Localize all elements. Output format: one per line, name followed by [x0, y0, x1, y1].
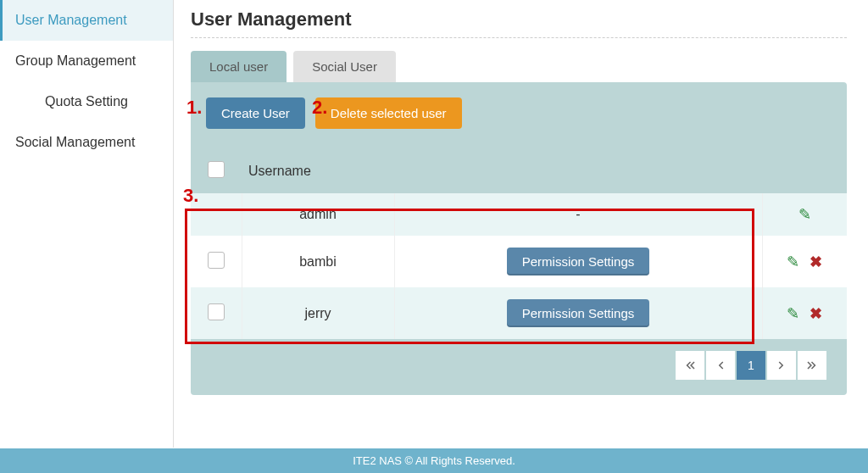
- tab-social-user[interactable]: Social User: [293, 51, 396, 82]
- pager-prev-button[interactable]: [706, 351, 735, 380]
- pager-first-button[interactable]: [676, 351, 704, 380]
- chevron-right-icon: [777, 360, 786, 370]
- cell-username: bambi: [242, 236, 394, 287]
- delete-selected-user-button[interactable]: Delete selected user: [315, 97, 462, 129]
- pager-last-button[interactable]: [798, 351, 826, 380]
- row-checkbox[interactable]: [208, 252, 225, 269]
- table-row: admin - ✎: [191, 193, 847, 236]
- sidebar-item-quota-setting[interactable]: Quota Setting: [0, 81, 173, 122]
- toolbar: Create User Delete selected user: [191, 97, 847, 129]
- panel: Create User Delete selected user Usernam…: [191, 82, 847, 395]
- pencil-icon[interactable]: ✎: [787, 253, 799, 271]
- permission-settings-button[interactable]: Permission Settings: [507, 299, 650, 327]
- table-row: jerry Permission Settings ✎ ✖: [191, 287, 847, 339]
- row-checkbox[interactable]: [208, 303, 225, 320]
- footer: ITE2 NAS © All Rights Reserved.: [0, 448, 868, 473]
- delete-icon[interactable]: ✖: [810, 304, 822, 323]
- page-title: User Management: [191, 8, 847, 38]
- column-header-permission: [394, 149, 762, 193]
- double-chevron-right-icon: [807, 360, 817, 370]
- cell-permission: -: [394, 193, 762, 236]
- tabs: Local user Social User: [191, 51, 847, 82]
- chevron-left-icon: [716, 360, 725, 370]
- column-header-username: Username: [242, 149, 394, 193]
- column-header-actions: [762, 149, 847, 193]
- tab-local-user[interactable]: Local user: [191, 51, 287, 82]
- user-table: Username admin - ✎: [191, 149, 847, 339]
- delete-icon[interactable]: ✖: [810, 253, 822, 271]
- table-row: bambi Permission Settings ✎ ✖: [191, 236, 847, 287]
- content: User Management Local user Social User C…: [174, 0, 868, 448]
- sidebar-item-group-management[interactable]: Group Management: [0, 41, 173, 81]
- pencil-icon[interactable]: ✎: [798, 205, 811, 224]
- pager-page-1[interactable]: 1: [737, 351, 765, 380]
- sidebar-item-user-management[interactable]: User Management: [0, 0, 173, 41]
- permission-settings-button[interactable]: Permission Settings: [507, 248, 650, 275]
- pager: 1: [191, 339, 847, 380]
- select-all-checkbox[interactable]: [208, 161, 225, 178]
- double-chevron-left-icon: [685, 360, 695, 370]
- pager-next-button[interactable]: [767, 351, 796, 380]
- sidebar-item-social-management[interactable]: Social Management: [0, 122, 173, 163]
- cell-username: jerry: [242, 287, 394, 339]
- cell-username: admin: [242, 193, 394, 236]
- sidebar: User Management Group Management Quota S…: [0, 0, 174, 448]
- pencil-icon[interactable]: ✎: [787, 304, 799, 323]
- create-user-button[interactable]: Create User: [206, 97, 305, 129]
